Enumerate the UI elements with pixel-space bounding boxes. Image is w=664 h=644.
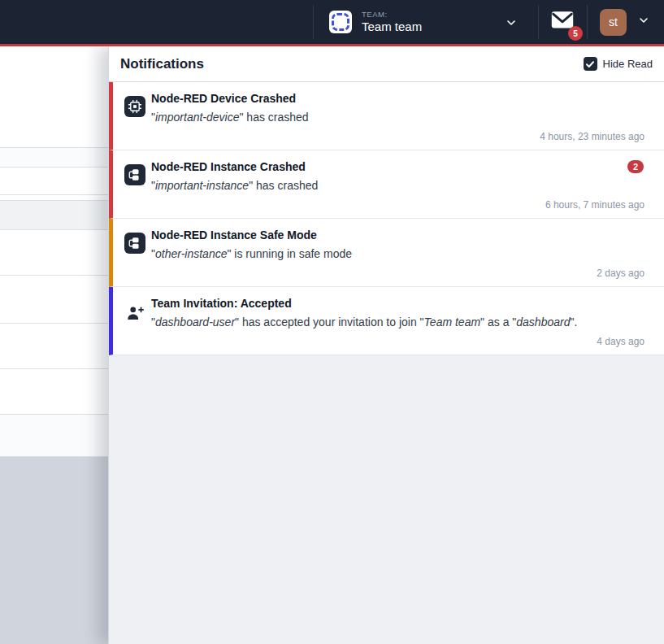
- hide-read-label: Hide Read: [603, 58, 653, 70]
- notification-list: Node-RED Device Crashed "important-devic…: [109, 82, 664, 355]
- chevron-down-icon: [637, 14, 650, 30]
- device-chip-icon: [124, 96, 145, 117]
- notifications-panel-header: Notifications Hide Read: [109, 46, 664, 82]
- chevron-down-icon: [505, 16, 518, 33]
- notification-body: "other-instance" is running in safe mode: [151, 247, 352, 260]
- hide-read-checkbox[interactable]: [584, 57, 597, 71]
- notifications-panel: Notifications Hide Read Node-RED Device …: [108, 46, 664, 644]
- notification-title: Node-RED Device Crashed: [151, 92, 296, 105]
- notification-title: Node-RED Instance Crashed: [151, 160, 306, 173]
- notification-timestamp: 4 hours, 23 minutes ago: [540, 131, 644, 142]
- notification-body: "important-instance" has crashed: [151, 179, 318, 192]
- hide-read-toggle[interactable]: Hide Read: [584, 57, 653, 71]
- instance-icon: [124, 233, 145, 254]
- notification-item-instance-crashed[interactable]: Node-RED Instance Crashed 2 "important-i…: [109, 150, 664, 219]
- team-name: Team team: [362, 20, 422, 33]
- team-selector-dropdown[interactable]: TEAM: Team team: [313, 0, 538, 44]
- notification-title: Team Invitation: Accepted: [151, 297, 292, 310]
- notification-body: "important-device" has crashed: [151, 111, 309, 124]
- team-avatar-icon: [329, 11, 352, 33]
- notification-body: "dashboard-user" has accepted your invit…: [151, 315, 577, 329]
- notification-item-device-crashed[interactable]: Node-RED Device Crashed "important-devic…: [109, 82, 664, 150]
- notification-title: Node-RED Instance Safe Mode: [151, 228, 317, 242]
- top-navbar: TEAM: Team team 5 st: [0, 0, 664, 46]
- notification-count-badge: 2: [627, 160, 644, 173]
- mail-unread-badge: 5: [568, 26, 583, 41]
- notification-item-team-invitation[interactable]: Team Invitation: Accepted "dashboard-use…: [109, 287, 664, 355]
- avatar: st: [600, 9, 627, 36]
- user-add-icon: [124, 302, 145, 324]
- notification-timestamp: 2 days ago: [597, 268, 644, 279]
- page-title: Notifications: [120, 56, 204, 72]
- notification-item-safe-mode[interactable]: Node-RED Instance Safe Mode "other-insta…: [109, 219, 664, 287]
- notification-timestamp: 4 days ago: [597, 336, 644, 347]
- user-menu-dropdown[interactable]: st: [587, 0, 664, 44]
- notification-timestamp: 6 hours, 7 minutes ago: [545, 199, 644, 211]
- notifications-mail-button[interactable]: 5: [538, 0, 587, 44]
- team-label: TEAM:: [362, 11, 422, 20]
- instance-icon: [124, 164, 145, 185]
